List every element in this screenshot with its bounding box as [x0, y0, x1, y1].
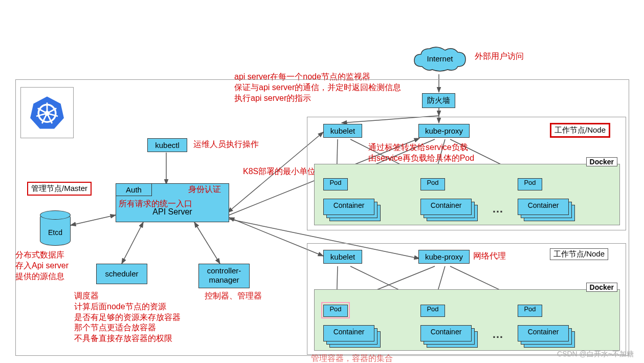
container-stack: Container: [323, 199, 380, 227]
internet-cloud: Internet: [412, 46, 468, 74]
pod-box: Pod: [323, 178, 348, 190]
annotation-manage-containers: 管理容器，容器的集合: [311, 353, 393, 363]
internet-label: Internet: [412, 54, 468, 63]
kubelet-box-1: kubelet: [323, 124, 362, 138]
annotation-line: 分布式数据库: [15, 250, 69, 261]
pod-box: Pod: [420, 178, 445, 190]
dots-1: …: [492, 202, 503, 216]
k8s-logo: [20, 87, 74, 138]
annotation-line: 由service再负载给具体的Pod: [368, 153, 474, 164]
annotation-line: 存入Api server: [15, 261, 69, 271]
controller-manager-label: controller- manager: [207, 266, 241, 284]
svg-point-40: [45, 111, 50, 116]
container-box: Container: [323, 199, 374, 215]
pink-highlight-box: [321, 302, 350, 318]
annotation-line: 提供的源信息: [15, 271, 69, 282]
annotation-line: 通过标签转发给service负载: [368, 142, 474, 153]
watermark: CSDN @白开水~不加糖: [557, 350, 634, 359]
pod-group-1-1: Pod Container: [323, 178, 385, 232]
controller-manager-box: controller- manager: [198, 264, 250, 288]
dots-2: …: [492, 328, 503, 341]
worker-node-label-1: 工作节点/Node: [550, 123, 610, 138]
container-box: Container: [420, 325, 472, 341]
annotation-external-access: 外部用户访问: [475, 51, 524, 62]
container-stack: Container: [420, 199, 477, 227]
container-stack: Container: [323, 325, 380, 353]
pod-box: Pod: [518, 305, 542, 317]
annotation-distributed-db: 分布式数据库 存入Api server 提供的源信息: [15, 250, 69, 282]
annotation-line: 是否有足够的资源来存放容器: [74, 312, 181, 323]
annotation-line: 那个节点更适合放容器: [74, 323, 181, 333]
annotation-identity-auth: 身份认证: [188, 184, 221, 195]
container-stack: Container: [518, 199, 574, 227]
container-box: Container: [323, 325, 374, 341]
worker-node-label-2: 工作节点/Node: [550, 248, 608, 260]
pod-box: Pod: [518, 178, 542, 190]
pod-box: Pod: [420, 305, 445, 317]
etcd-label: Etcd: [40, 228, 70, 237]
annotation-ops-exec: 运维人员执行操作: [193, 139, 259, 150]
annotation-line: 计算后面node节点的资源: [74, 302, 181, 312]
container-stack: Container: [420, 325, 477, 353]
pod-group-1-2: Pod Container: [420, 178, 482, 232]
container-box: Container: [420, 199, 472, 215]
container-stack: Container: [518, 325, 574, 353]
master-node-label: 管理节点/Master: [27, 182, 92, 196]
annotation-all-requests: 所有请求的统一入口: [119, 199, 192, 209]
pod-group-2-2: Pod Container: [420, 305, 482, 358]
kubelet-box-2: kubelet: [323, 250, 362, 264]
kubectl-box: kubectl: [147, 138, 187, 152]
auth-box: Auth: [116, 184, 152, 196]
annotation-label-forward: 通过标签转发给service负载 由service再负载给具体的Pod: [368, 142, 474, 164]
annotation-network-proxy: 网络代理: [473, 251, 506, 262]
annotation-scheduler: 调度器 计算后面node节点的资源 是否有足够的资源来存放容器 那个节点更适合放…: [74, 291, 181, 344]
kube-proxy-box-2: kube-proxy: [418, 250, 470, 264]
annotation-line: 调度器: [74, 291, 181, 302]
container-box: Container: [518, 325, 569, 341]
docker-label-1: Docker: [586, 157, 617, 166]
annotation-line: 不具备直接存放容器的权限: [74, 333, 181, 344]
container-box: Container: [518, 199, 569, 215]
annotation-controller-manager: 控制器、管理器: [205, 291, 262, 302]
pod-group-1-3: Pod Container: [518, 178, 579, 232]
scheduler-box: scheduler: [96, 264, 147, 284]
kube-proxy-box-1: kube-proxy: [418, 124, 470, 138]
etcd-cylinder: Etcd: [40, 212, 71, 246]
docker-label-2: Docker: [586, 283, 617, 292]
